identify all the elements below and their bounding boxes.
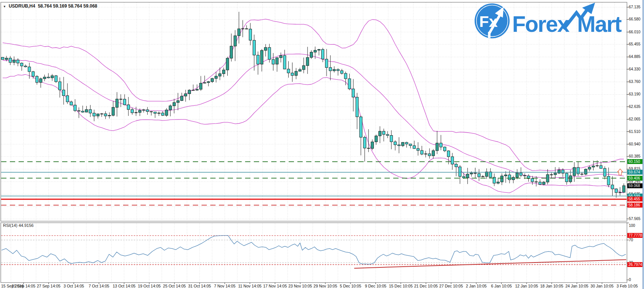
time-axis-label: 6 Jan 10:05: [491, 284, 512, 288]
time-axis-label: 21 Dec 10:05: [414, 284, 438, 288]
price-tick-label: 62.635: [629, 105, 641, 109]
time-axis-label: 24 Jan 10:05: [565, 284, 588, 288]
price-level-badge: 58.455: [627, 197, 644, 202]
price-tick-label: 67.135: [629, 5, 641, 9]
time-axis-label: 31 Oct 14:05: [188, 284, 211, 288]
price-tick-label: 60.940: [629, 142, 641, 146]
price-tick-label: 60.385: [629, 154, 641, 158]
time-axis-label: 3 Feb 10:05: [617, 284, 638, 288]
time-axis-label: 23 Nov 10:05: [288, 284, 312, 288]
time-axis-label: 19 Oct 14:05: [138, 284, 161, 288]
price-tick-label: 64.330: [629, 67, 641, 71]
ohlc-readout: 58.764 59.169 58.764 59.068: [38, 3, 97, 9]
logo-text-forex: Forex: [512, 12, 570, 36]
rsi-tick-label: 0: [629, 278, 631, 282]
price-level-badge: 60.150: [627, 159, 644, 164]
price-tick-label: 61.510: [629, 130, 641, 134]
price-level-badge: 58.186: [627, 203, 644, 208]
time-axis-label: 12 Jan 10:05: [515, 284, 538, 288]
time-axis-label: 2 Jan 10:05: [466, 284, 487, 288]
price-tick-label: 63.760: [629, 80, 641, 84]
forexmart-logo: Fx Forex Mart: [474, 2, 625, 41]
symbol-dropdown-icon[interactable]: ▼: [3, 5, 6, 8]
price-tick-label: 66.010: [629, 30, 641, 34]
time-axis-label: 5 Dec 10:05: [340, 284, 361, 288]
price-tick-label: 65.455: [629, 42, 641, 46]
rsi-indicator-label: RSI(14) 44.9156: [3, 223, 34, 228]
price-level-badge: 59.406: [627, 176, 644, 181]
symbol-label: USDRUB,H4: [9, 3, 35, 9]
time-axis-label: 21 Sep 14:05: [12, 284, 35, 288]
time-axis-label: 25 Oct 14:05: [163, 284, 186, 288]
time-axis-label: 9 Dec 10:05: [365, 284, 386, 288]
rsi-level-badge: 77.7778: [627, 233, 644, 238]
rsi-level-badge: 26.7974: [627, 262, 644, 267]
rsi-tick-label: 70: [629, 238, 633, 242]
price-tick-label: 64.885: [629, 55, 641, 59]
time-axis-label: 13 Oct 14:05: [113, 284, 136, 288]
price-tick-label: 63.190: [629, 92, 641, 96]
time-axis-label: 7 Nov 14:05: [214, 284, 236, 288]
time-axis-label: 27 Dec 10:05: [439, 284, 463, 288]
time-axis-label: 11 Nov 14:05: [238, 284, 262, 288]
chart-title-bar: ▼ USDRUB,H4 58.764 59.169 58.764 59.068: [3, 3, 97, 9]
fx-circle-icon: Fx: [475, 3, 510, 38]
price-tick-label: 66.580: [629, 17, 641, 21]
price-tick-label: 57.565: [629, 217, 641, 221]
time-axis-label: 30 Jan 10:05: [591, 284, 614, 288]
window-edge-scroll-strip[interactable]: [642, 0, 644, 289]
price-level-badge: 59.674: [627, 170, 644, 175]
time-axis-label: 29 Nov 10:05: [314, 284, 337, 288]
price-level-badge: 59.068: [627, 183, 644, 188]
time-axis-label: 18 Jan 10:05: [540, 284, 563, 288]
time-axis-label: 7 Oct 14:05: [89, 284, 109, 288]
chart-canvas[interactable]: [0, 0, 644, 289]
time-axis-label: 3 Oct 14:05: [64, 284, 84, 288]
time-axis-label: 15 Dec 10:05: [389, 284, 413, 288]
time-axis-label: 17 Nov 14:05: [263, 284, 287, 288]
rsi-tick-label: 100: [629, 223, 635, 228]
time-axis-label: 27 Sep 14:05: [37, 284, 60, 288]
price-tick-label: 62.065: [629, 117, 641, 121]
